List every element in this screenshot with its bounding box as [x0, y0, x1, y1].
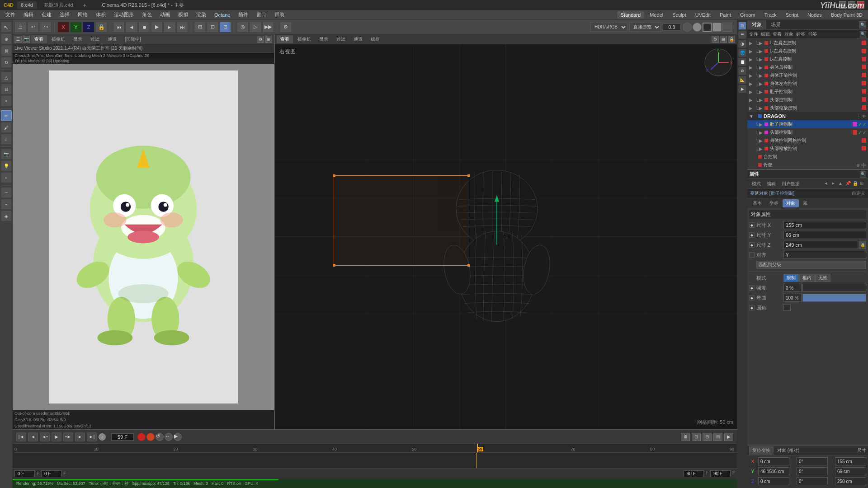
toolbar-play[interactable]: ▶: [151, 22, 163, 33]
prop-subtab-obj[interactable]: 对象: [783, 199, 799, 207]
rp-search-btn[interactable]: 🔍: [859, 21, 866, 28]
sel-handle-bl[interactable]: [333, 264, 335, 267]
menu-simulate[interactable]: 模拟: [175, 10, 192, 19]
mode-paint[interactable]: Paint: [716, 11, 735, 19]
rp-tab-obj[interactable]: 对象: [747, 20, 766, 29]
lv-menu-btn[interactable]: ☰: [14, 36, 22, 43]
prop-nav-pin[interactable]: 📌: [845, 181, 852, 187]
toolbar-lock[interactable]: 🔒: [95, 22, 107, 33]
toolbar-snap2[interactable]: ⊟: [219, 22, 231, 33]
mode-groom[interactable]: Groom: [736, 11, 759, 19]
tl-audio-btn[interactable]: ♪: [99, 433, 106, 441]
tl-prev-key-btn[interactable]: ◄•: [40, 432, 50, 441]
coord-y-rot[interactable]: 0°: [797, 467, 828, 475]
menu-help[interactable]: 帮助: [271, 10, 288, 19]
square-btn1[interactable]: [703, 23, 712, 32]
prop-size-z-value[interactable]: 249 cm: [783, 241, 858, 249]
toolbar-settings[interactable]: ⚙: [280, 22, 292, 33]
tool-scale[interactable]: ⊠: [1, 45, 12, 56]
lv-tab-display[interactable]: 显示: [70, 35, 86, 43]
file-tab2[interactable]: 花瓶道具.c4d: [40, 1, 77, 9]
sel-handle-br[interactable]: [467, 264, 470, 267]
prop-z-animate[interactable]: ◆: [749, 242, 755, 248]
lv-tab-pass[interactable]: 通道: [104, 35, 120, 43]
coord-x-rot[interactable]: 0°: [797, 457, 828, 465]
circle-btn1[interactable]: [683, 23, 692, 32]
prop-bend-animate[interactable]: ◆: [749, 295, 755, 300]
sel-handle-tr[interactable]: [467, 174, 470, 177]
prop-y-animate[interactable]: ◆: [749, 232, 755, 238]
menu-animate[interactable]: 动画: [156, 10, 174, 19]
mode-sculpt[interactable]: Sculpt: [669, 11, 690, 19]
prop-subtab-basic[interactable]: 基本: [749, 199, 765, 207]
prop-align-animate[interactable]: [749, 252, 755, 258]
file-tab[interactable]: 8.c4d: [17, 1, 37, 9]
toolbar-record[interactable]: ⏺: [138, 22, 150, 33]
prop-match-btn[interactable]: 匹配到父级: [756, 261, 866, 269]
tool-point[interactable]: •: [1, 95, 12, 106]
coord-y-pos[interactable]: 46.1516 cm: [758, 467, 789, 475]
toolbar-snap[interactable]: ⊡: [207, 22, 218, 33]
sel-handle-tl[interactable]: [333, 174, 335, 177]
prop-mode-inner[interactable]: 框内: [799, 274, 815, 282]
menu-file[interactable]: 文件: [2, 10, 19, 19]
main-3d-viewport[interactable]: 查看 摄像机 显示 过滤 通道 线框 ⚙ ⊞ 🔒 右视图: [275, 34, 737, 429]
lv-tab-view[interactable]: 查看: [31, 35, 47, 43]
coord-x-size[interactable]: 155 cm: [835, 457, 866, 465]
tl-play2-btn[interactable]: ▶: [174, 433, 182, 441]
toolbar-undo[interactable]: ↩: [27, 22, 39, 33]
toolbar-play-start[interactable]: ⏮: [113, 22, 125, 33]
tl-anim-btn[interactable]: ▶: [724, 433, 733, 441]
lv-settings-btn[interactable]: ⚙: [257, 36, 264, 43]
prop-round-checkbox[interactable]: [783, 305, 791, 311]
obj-item-8[interactable]: ▶ L ▶ 头部控制制: [747, 96, 868, 104]
vp-tab-view[interactable]: 查看: [277, 35, 293, 43]
obj-header-edit[interactable]: 编辑: [761, 31, 770, 38]
toolbar-render[interactable]: ▷: [250, 22, 261, 33]
coord-y-size[interactable]: 66 cm: [835, 467, 866, 475]
mode-standard[interactable]: Standard: [617, 11, 645, 19]
rp-tab-scene[interactable]: 场景: [766, 20, 785, 29]
vp-settings-btn[interactable]: ⚙: [712, 36, 719, 43]
tl-first-btn[interactable]: |◄: [16, 432, 26, 441]
prop-subtab-minus[interactable]: 减: [799, 199, 811, 207]
prop-search-btn[interactable]: 🔍: [860, 171, 866, 178]
tool-material[interactable]: ○: [1, 172, 12, 183]
toolbar-grid[interactable]: ⊞: [194, 22, 206, 33]
tool-move[interactable]: ⊕: [1, 33, 12, 44]
vp-layout-btn[interactable]: ⊞: [720, 36, 727, 43]
view-dropdown[interactable]: 直接游览: [629, 23, 661, 32]
vp-canvas[interactable]: 右视图: [275, 44, 737, 429]
new-tab-btn[interactable]: +: [80, 1, 90, 9]
prop-mode-limit[interactable]: 限制: [783, 274, 799, 282]
prop-x-animate[interactable]: ◆: [749, 222, 755, 228]
toolbar-render-all[interactable]: ▶▶: [262, 22, 274, 33]
vp-tab-filter[interactable]: 过滤: [333, 35, 349, 43]
prop-nav-prev[interactable]: ◄: [824, 181, 830, 187]
tl-filter-btn[interactable]: ⊟: [703, 433, 712, 441]
obj-item-7[interactable]: ▶ L ▶ 肚子控制制: [747, 88, 868, 96]
square-btn3[interactable]: [722, 23, 731, 32]
tool-rotate[interactable]: ↻: [1, 57, 12, 68]
mode-bodypaint[interactable]: Body Paint 3D: [827, 11, 866, 19]
toolbar-render-view[interactable]: ◎: [237, 22, 249, 33]
tl-extra-btn[interactable]: ⊞: [713, 433, 722, 441]
menu-create[interactable]: 创建: [38, 10, 55, 19]
prop-nav-lock[interactable]: 🔒: [853, 181, 859, 187]
obj-item-2[interactable]: ▶ L ▶ L-左肩右控制: [747, 47, 868, 55]
coord-y[interactable]: Y: [70, 22, 82, 33]
rpi-layer-btn[interactable]: ☰: [738, 31, 746, 39]
rpi-take-btn[interactable]: 📋: [738, 58, 746, 66]
toolbar-next[interactable]: ►: [164, 22, 175, 33]
rpi-coord-btn[interactable]: 📐: [738, 76, 746, 84]
rpi-anim-btn[interactable]: ▶: [738, 85, 746, 93]
prop-bend-slider[interactable]: [802, 294, 866, 302]
obj-item-body[interactable]: L ▶ 身体控制网格控制: [747, 136, 868, 145]
frame-start-input[interactable]: 0 F: [14, 470, 35, 477]
lv-layout-btn[interactable]: ⊞: [265, 36, 272, 43]
rpi-scene-btn[interactable]: 🌐: [738, 49, 746, 57]
opacity-value[interactable]: 0.8: [663, 23, 681, 31]
frame-end-input[interactable]: 90 F: [684, 470, 704, 477]
prop-nav-up[interactable]: ▲: [838, 181, 844, 187]
coord-x-pos[interactable]: 0 cm: [758, 457, 789, 465]
